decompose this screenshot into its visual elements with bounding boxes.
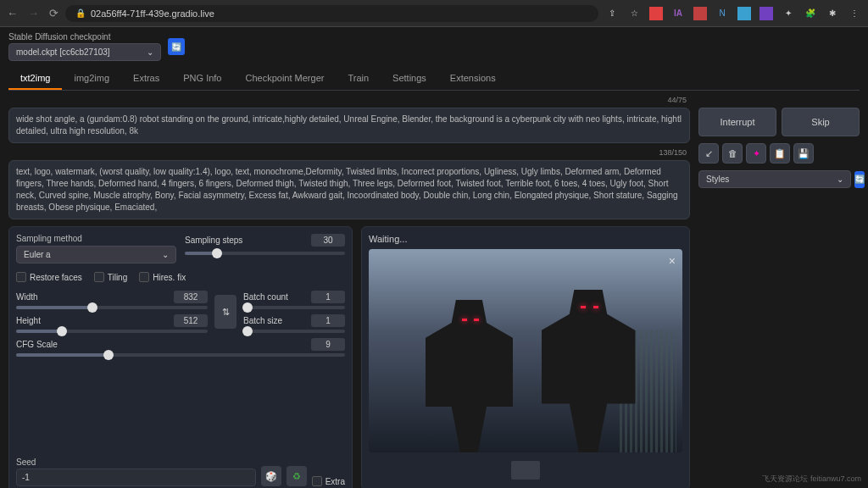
- height-label: Height: [16, 316, 41, 325]
- chevron-down-icon: ⌄: [147, 47, 153, 57]
- interrupt-button[interactable]: Interrupt: [698, 108, 776, 136]
- tab-pnginfo[interactable]: PNG Info: [171, 68, 233, 90]
- url-text: 02a56ff4-71ff-439e.gradio.live: [91, 8, 214, 19]
- share-icon[interactable]: ⇪: [605, 7, 619, 20]
- restore-faces-checkbox[interactable]: Restore faces: [16, 272, 82, 282]
- batch-size-value[interactable]: 1: [311, 314, 345, 327]
- checkpoint-label: Stable Diffusion checkpoint: [8, 32, 161, 42]
- prompt-textarea[interactable]: wide shot angle, a (gundam:0.8) robot st…: [8, 108, 690, 143]
- batch-count-slider[interactable]: [243, 306, 345, 309]
- tool-clipboard-button[interactable]: 📋: [770, 143, 790, 164]
- negative-prompt-textarea[interactable]: text, logo, watermark, (worst quality, l…: [8, 160, 690, 219]
- browser-chrome: ← → ⟳ 🔒 02a56ff4-71ff-439e.gradio.live ⇪…: [0, 0, 868, 27]
- styles-dropdown[interactable]: Styles ⌄: [698, 170, 851, 188]
- main-tabs: txt2img img2img Extras PNG Info Checkpoi…: [8, 68, 860, 91]
- star-icon[interactable]: ☆: [627, 7, 641, 20]
- seed-input[interactable]: -1: [16, 469, 256, 486]
- puzzle-icon[interactable]: ✦: [782, 7, 795, 20]
- ext-1[interactable]: [649, 7, 663, 20]
- seed-extra-checkbox[interactable]: Extra: [312, 476, 345, 486]
- extension-icons: ⇪ ☆ IA N ✦ 🧩 ✱ ⋮: [605, 7, 861, 20]
- tab-img2img[interactable]: img2img: [62, 68, 121, 90]
- url-bar[interactable]: 🔒 02a56ff4-71ff-439e.gradio.live: [65, 5, 598, 22]
- seed-reuse-button[interactable]: ♻: [287, 466, 307, 486]
- height-slider[interactable]: [16, 330, 208, 333]
- swap-wh-button[interactable]: ⇅: [214, 295, 236, 329]
- tab-extras[interactable]: Extras: [121, 68, 171, 90]
- sampling-steps-label: Sampling steps: [185, 236, 242, 245]
- checkpoint-dropdown[interactable]: model.ckpt [cc6cb27103] ⌄: [8, 43, 161, 61]
- sampling-method-dropdown[interactable]: Euler a ⌄: [16, 246, 176, 263]
- neg-prompt-counter: 138/150: [659, 148, 687, 157]
- seed-random-button[interactable]: 🎲: [261, 466, 281, 486]
- watermark: 飞天资源论坛 feitianwu7.com: [762, 474, 861, 485]
- chevron-down-icon: ⌄: [837, 175, 843, 184]
- output-status: Waiting...: [369, 234, 682, 244]
- batch-size-slider[interactable]: [243, 330, 345, 333]
- batch-count-label: Batch count: [243, 292, 288, 302]
- tab-train[interactable]: Train: [336, 68, 381, 90]
- ext-7[interactable]: ✱: [826, 7, 839, 20]
- batch-size-label: Batch size: [243, 316, 282, 325]
- forward-icon[interactable]: →: [28, 7, 39, 19]
- styles-refresh-button[interactable]: 🔄: [854, 171, 865, 188]
- thumbnail[interactable]: [511, 461, 540, 480]
- tab-settings[interactable]: Settings: [381, 68, 438, 90]
- ext-3[interactable]: [693, 7, 707, 20]
- ext-6[interactable]: [760, 7, 773, 20]
- checkpoint-refresh-button[interactable]: 🔄: [168, 38, 185, 55]
- height-value[interactable]: 512: [174, 314, 208, 327]
- tab-checkpoint-merger[interactable]: Checkpoint Merger: [233, 68, 336, 90]
- tiling-checkbox[interactable]: Tiling: [94, 272, 128, 282]
- tool-arrow-button[interactable]: ↙: [698, 143, 719, 164]
- ext-5[interactable]: [737, 7, 751, 20]
- sampling-steps-slider[interactable]: [185, 252, 345, 255]
- close-icon[interactable]: ×: [669, 254, 676, 268]
- hires-fix-checkbox[interactable]: Hires. fix: [139, 272, 186, 282]
- chevron-down-icon: ⌄: [162, 250, 169, 259]
- lock-icon: 🔒: [75, 8, 86, 18]
- tab-txt2img[interactable]: txt2img: [8, 68, 62, 90]
- tool-trash-button[interactable]: 🗑: [722, 143, 743, 164]
- skip-button[interactable]: Skip: [782, 108, 860, 136]
- sampling-steps-value[interactable]: 30: [311, 234, 345, 247]
- tool-style-button[interactable]: ✦: [746, 143, 766, 164]
- width-label: Width: [16, 292, 38, 302]
- sampling-method-label: Sampling method: [16, 234, 176, 243]
- width-value[interactable]: 832: [174, 291, 208, 303]
- prompt-counter: 44/75: [667, 96, 687, 104]
- output-image[interactable]: ×: [369, 249, 682, 452]
- back-icon[interactable]: ←: [7, 7, 18, 19]
- width-slider[interactable]: [16, 306, 208, 309]
- batch-count-value[interactable]: 1: [311, 291, 345, 303]
- cfg-value[interactable]: 9: [311, 338, 345, 351]
- ext-2[interactable]: IA: [671, 7, 685, 20]
- tool-save-button[interactable]: 💾: [793, 143, 814, 164]
- cfg-slider[interactable]: [16, 353, 345, 357]
- seed-label: Seed: [16, 458, 256, 467]
- ext-4[interactable]: N: [715, 7, 729, 20]
- cfg-label: CFG Scale: [16, 340, 58, 349]
- extensions-icon[interactable]: 🧩: [804, 7, 817, 20]
- menu-icon[interactable]: ⋮: [848, 7, 861, 20]
- tab-extensions[interactable]: Extensions: [438, 68, 508, 90]
- reload-icon[interactable]: ⟳: [49, 7, 58, 19]
